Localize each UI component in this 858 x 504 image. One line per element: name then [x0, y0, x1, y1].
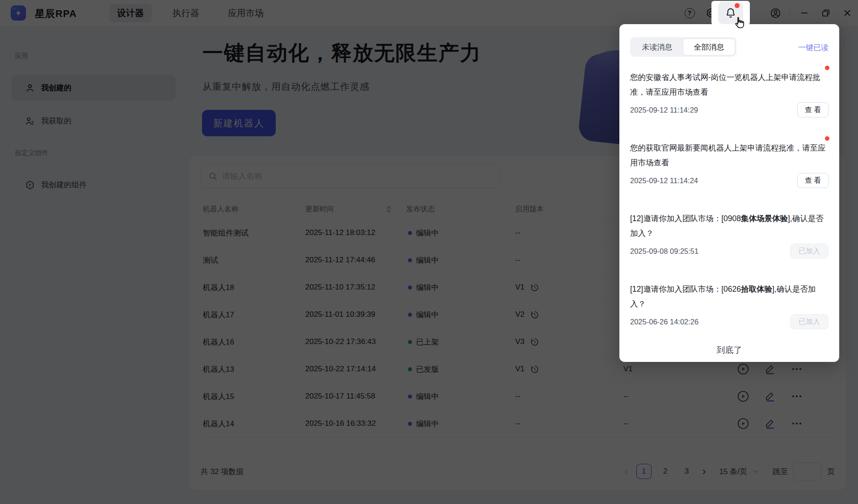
notification-item: [12]邀请你加入团队市场：[0908集体场景体验],确认是否加入？ 2025-… [630, 211, 829, 259]
mark-all-read-link[interactable]: 一键已读 [798, 42, 829, 53]
joined-button[interactable]: 已加入 [790, 314, 829, 329]
notification-item: [12]邀请你加入团队市场：[0626拾取体验],确认是否加入？ 2025-06… [630, 282, 829, 329]
mouse-cursor-pointer [733, 16, 746, 30]
notification-text: 您的获取官网最新要闻机器人上架申请流程批准，请至应用市场查看 [630, 141, 829, 170]
notification-item: 您的安徽省人事考试网-岗位一览机器人上架申请流程批准，请至应用市场查看 2025… [630, 70, 829, 118]
notification-text: 您的安徽省人事考试网-岗位一览机器人上架申请流程批准，请至应用市场查看 [630, 70, 829, 100]
notifications-panel: 未读消息 全部消息 一键已读 您的安徽省人事考试网-岗位一览机器人上架申请流程批… [619, 24, 839, 362]
notification-time: 2025-09-12 11:14:24 [630, 176, 698, 185]
view-button[interactable]: 查 看 [797, 102, 829, 118]
notification-text: [12]邀请你加入团队市场：[0626拾取体验],确认是否加入？ [630, 282, 829, 311]
notification-item: 您的获取官网最新要闻机器人上架申请流程批准，请至应用市场查看 2025-09-1… [630, 141, 829, 188]
list-end-text: 到底了 [619, 344, 839, 354]
tab-all-messages[interactable]: 全部消息 [683, 38, 735, 55]
notifications-spotlight [711, 1, 750, 25]
notification-time: 2025-09-08 09:25:51 [630, 247, 698, 256]
joined-button[interactable]: 已加入 [790, 244, 829, 259]
notification-text: [12]邀请你加入团队市场：[0908集体场景体验],确认是否加入？ [630, 211, 829, 241]
notification-badge-dot [735, 3, 740, 8]
notification-time: 2025-09-12 11:14:29 [630, 106, 698, 114]
notification-list: 您的安徽省人事考试网-岗位一览机器人上架申请流程批准，请至应用市场查看 2025… [630, 70, 829, 329]
tab-unread-messages[interactable]: 未读消息 [631, 38, 683, 55]
unread-dot [825, 136, 829, 141]
notification-time: 2025-06-26 14:02:26 [630, 318, 698, 326]
view-button[interactable]: 查 看 [797, 173, 829, 188]
unread-dot [825, 66, 829, 70]
message-tabs: 未读消息 全部消息 [630, 37, 736, 57]
